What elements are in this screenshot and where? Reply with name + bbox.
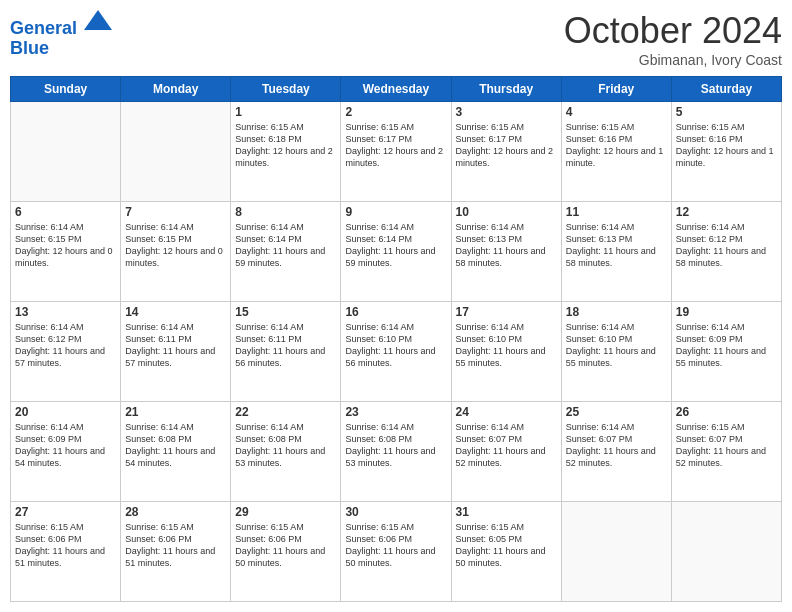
subtitle: Gbimanan, Ivory Coast xyxy=(564,52,782,68)
day-info: Sunrise: 6:15 AM Sunset: 6:06 PM Dayligh… xyxy=(345,521,446,570)
day-info: Sunrise: 6:14 AM Sunset: 6:08 PM Dayligh… xyxy=(235,421,336,470)
calendar-cell: 26Sunrise: 6:15 AM Sunset: 6:07 PM Dayli… xyxy=(671,402,781,502)
calendar-cell: 28Sunrise: 6:15 AM Sunset: 6:06 PM Dayli… xyxy=(121,502,231,602)
day-info: Sunrise: 6:14 AM Sunset: 6:12 PM Dayligh… xyxy=(15,321,116,370)
day-number: 8 xyxy=(235,205,336,219)
day-number: 5 xyxy=(676,105,777,119)
day-info: Sunrise: 6:14 AM Sunset: 6:13 PM Dayligh… xyxy=(566,221,667,270)
logo-text: General xyxy=(10,10,112,39)
header: General Blue October 2024 Gbimanan, Ivor… xyxy=(10,10,782,68)
calendar-cell: 15Sunrise: 6:14 AM Sunset: 6:11 PM Dayli… xyxy=(231,302,341,402)
day-info: Sunrise: 6:15 AM Sunset: 6:16 PM Dayligh… xyxy=(566,121,667,170)
day-info: Sunrise: 6:15 AM Sunset: 6:06 PM Dayligh… xyxy=(235,521,336,570)
day-info: Sunrise: 6:14 AM Sunset: 6:10 PM Dayligh… xyxy=(456,321,557,370)
calendar-cell: 20Sunrise: 6:14 AM Sunset: 6:09 PM Dayli… xyxy=(11,402,121,502)
calendar-cell: 25Sunrise: 6:14 AM Sunset: 6:07 PM Dayli… xyxy=(561,402,671,502)
day-info: Sunrise: 6:14 AM Sunset: 6:10 PM Dayligh… xyxy=(345,321,446,370)
calendar-table: SundayMondayTuesdayWednesdayThursdayFrid… xyxy=(10,76,782,602)
day-number: 30 xyxy=(345,505,446,519)
day-info: Sunrise: 6:15 AM Sunset: 6:17 PM Dayligh… xyxy=(345,121,446,170)
day-info: Sunrise: 6:14 AM Sunset: 6:11 PM Dayligh… xyxy=(125,321,226,370)
day-number: 17 xyxy=(456,305,557,319)
calendar-cell: 1Sunrise: 6:15 AM Sunset: 6:18 PM Daylig… xyxy=(231,102,341,202)
day-number: 12 xyxy=(676,205,777,219)
day-number: 16 xyxy=(345,305,446,319)
day-info: Sunrise: 6:14 AM Sunset: 6:07 PM Dayligh… xyxy=(566,421,667,470)
calendar-cell: 23Sunrise: 6:14 AM Sunset: 6:08 PM Dayli… xyxy=(341,402,451,502)
logo-general: General xyxy=(10,18,77,38)
day-info: Sunrise: 6:15 AM Sunset: 6:18 PM Dayligh… xyxy=(235,121,336,170)
day-number: 21 xyxy=(125,405,226,419)
title-block: October 2024 Gbimanan, Ivory Coast xyxy=(564,10,782,68)
logo-icon xyxy=(84,6,112,34)
calendar-cell: 29Sunrise: 6:15 AM Sunset: 6:06 PM Dayli… xyxy=(231,502,341,602)
day-info: Sunrise: 6:14 AM Sunset: 6:11 PM Dayligh… xyxy=(235,321,336,370)
day-number: 3 xyxy=(456,105,557,119)
calendar-cell xyxy=(11,102,121,202)
day-info: Sunrise: 6:14 AM Sunset: 6:14 PM Dayligh… xyxy=(235,221,336,270)
day-info: Sunrise: 6:14 AM Sunset: 6:08 PM Dayligh… xyxy=(345,421,446,470)
day-number: 13 xyxy=(15,305,116,319)
calendar-cell: 8Sunrise: 6:14 AM Sunset: 6:14 PM Daylig… xyxy=(231,202,341,302)
day-info: Sunrise: 6:14 AM Sunset: 6:10 PM Dayligh… xyxy=(566,321,667,370)
day-info: Sunrise: 6:15 AM Sunset: 6:06 PM Dayligh… xyxy=(125,521,226,570)
day-info: Sunrise: 6:15 AM Sunset: 6:05 PM Dayligh… xyxy=(456,521,557,570)
logo: General Blue xyxy=(10,10,112,59)
weekday-header: Thursday xyxy=(451,77,561,102)
calendar-cell: 19Sunrise: 6:14 AM Sunset: 6:09 PM Dayli… xyxy=(671,302,781,402)
day-info: Sunrise: 6:14 AM Sunset: 6:08 PM Dayligh… xyxy=(125,421,226,470)
day-info: Sunrise: 6:15 AM Sunset: 6:17 PM Dayligh… xyxy=(456,121,557,170)
month-title: October 2024 xyxy=(564,10,782,52)
day-number: 27 xyxy=(15,505,116,519)
day-info: Sunrise: 6:15 AM Sunset: 6:06 PM Dayligh… xyxy=(15,521,116,570)
day-number: 1 xyxy=(235,105,336,119)
calendar-cell: 22Sunrise: 6:14 AM Sunset: 6:08 PM Dayli… xyxy=(231,402,341,502)
calendar-cell: 4Sunrise: 6:15 AM Sunset: 6:16 PM Daylig… xyxy=(561,102,671,202)
day-number: 6 xyxy=(15,205,116,219)
calendar-cell: 5Sunrise: 6:15 AM Sunset: 6:16 PM Daylig… xyxy=(671,102,781,202)
day-number: 11 xyxy=(566,205,667,219)
calendar-cell: 12Sunrise: 6:14 AM Sunset: 6:12 PM Dayli… xyxy=(671,202,781,302)
calendar-cell xyxy=(561,502,671,602)
day-info: Sunrise: 6:14 AM Sunset: 6:12 PM Dayligh… xyxy=(676,221,777,270)
day-number: 22 xyxy=(235,405,336,419)
calendar-cell xyxy=(121,102,231,202)
calendar-cell xyxy=(671,502,781,602)
calendar-week-row: 1Sunrise: 6:15 AM Sunset: 6:18 PM Daylig… xyxy=(11,102,782,202)
calendar-cell: 10Sunrise: 6:14 AM Sunset: 6:13 PM Dayli… xyxy=(451,202,561,302)
day-number: 2 xyxy=(345,105,446,119)
calendar-cell: 7Sunrise: 6:14 AM Sunset: 6:15 PM Daylig… xyxy=(121,202,231,302)
logo-blue: Blue xyxy=(10,39,112,59)
weekday-header: Tuesday xyxy=(231,77,341,102)
calendar-cell: 27Sunrise: 6:15 AM Sunset: 6:06 PM Dayli… xyxy=(11,502,121,602)
calendar-cell: 13Sunrise: 6:14 AM Sunset: 6:12 PM Dayli… xyxy=(11,302,121,402)
day-info: Sunrise: 6:14 AM Sunset: 6:15 PM Dayligh… xyxy=(125,221,226,270)
day-number: 19 xyxy=(676,305,777,319)
weekday-header: Saturday xyxy=(671,77,781,102)
day-number: 23 xyxy=(345,405,446,419)
day-number: 18 xyxy=(566,305,667,319)
calendar-cell: 3Sunrise: 6:15 AM Sunset: 6:17 PM Daylig… xyxy=(451,102,561,202)
day-info: Sunrise: 6:15 AM Sunset: 6:16 PM Dayligh… xyxy=(676,121,777,170)
svg-marker-0 xyxy=(84,10,112,30)
weekday-header: Monday xyxy=(121,77,231,102)
calendar-cell: 31Sunrise: 6:15 AM Sunset: 6:05 PM Dayli… xyxy=(451,502,561,602)
calendar-week-row: 6Sunrise: 6:14 AM Sunset: 6:15 PM Daylig… xyxy=(11,202,782,302)
calendar-cell: 21Sunrise: 6:14 AM Sunset: 6:08 PM Dayli… xyxy=(121,402,231,502)
calendar-cell: 17Sunrise: 6:14 AM Sunset: 6:10 PM Dayli… xyxy=(451,302,561,402)
calendar-cell: 6Sunrise: 6:14 AM Sunset: 6:15 PM Daylig… xyxy=(11,202,121,302)
calendar-cell: 11Sunrise: 6:14 AM Sunset: 6:13 PM Dayli… xyxy=(561,202,671,302)
calendar-cell: 18Sunrise: 6:14 AM Sunset: 6:10 PM Dayli… xyxy=(561,302,671,402)
calendar-cell: 30Sunrise: 6:15 AM Sunset: 6:06 PM Dayli… xyxy=(341,502,451,602)
calendar-cell: 2Sunrise: 6:15 AM Sunset: 6:17 PM Daylig… xyxy=(341,102,451,202)
day-number: 4 xyxy=(566,105,667,119)
day-info: Sunrise: 6:14 AM Sunset: 6:15 PM Dayligh… xyxy=(15,221,116,270)
day-number: 29 xyxy=(235,505,336,519)
day-info: Sunrise: 6:14 AM Sunset: 6:13 PM Dayligh… xyxy=(456,221,557,270)
calendar-cell: 14Sunrise: 6:14 AM Sunset: 6:11 PM Dayli… xyxy=(121,302,231,402)
day-info: Sunrise: 6:14 AM Sunset: 6:09 PM Dayligh… xyxy=(15,421,116,470)
day-number: 31 xyxy=(456,505,557,519)
day-number: 25 xyxy=(566,405,667,419)
weekday-header: Friday xyxy=(561,77,671,102)
day-number: 14 xyxy=(125,305,226,319)
